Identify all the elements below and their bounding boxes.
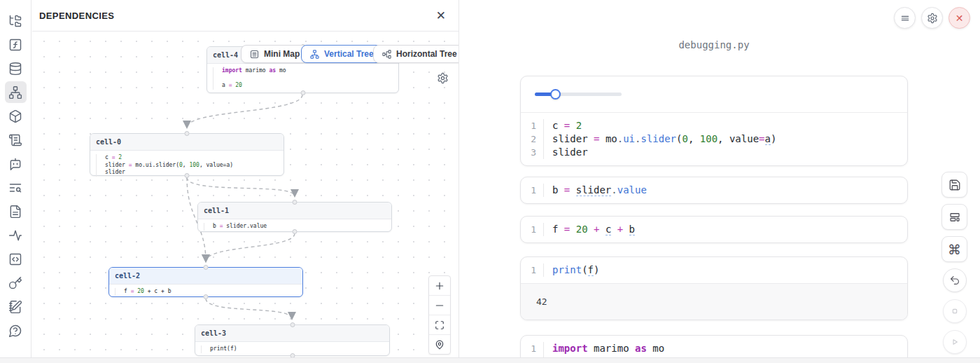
sidebar-item-scratchpad[interactable] bbox=[5, 296, 27, 317]
horizontal-tree-view-button[interactable]: Horizontal Tree bbox=[373, 45, 458, 63]
slider-widget[interactable] bbox=[535, 89, 622, 100]
graph-node-cell-0[interactable]: cell-0 c = 2slider = mo.ui.slider(0, 100… bbox=[90, 133, 284, 176]
graph-node-code: b = slider.value bbox=[198, 219, 391, 234]
code-line: slider bbox=[96, 169, 125, 177]
graph-node-code: print(f) bbox=[195, 342, 389, 357]
line-number: 3 bbox=[521, 146, 543, 159]
gear-icon bbox=[437, 72, 449, 84]
code-line: c = 2 bbox=[96, 154, 122, 162]
sidebar-item-variables[interactable] bbox=[5, 34, 27, 55]
line-number: 1 bbox=[521, 342, 543, 355]
locate-node-button[interactable] bbox=[429, 335, 450, 354]
slider-knob[interactable] bbox=[550, 89, 561, 100]
dependencies-panel-header: DEPENDENCIES ✕ bbox=[32, 0, 458, 32]
save-button[interactable] bbox=[941, 172, 967, 198]
graph-node-title: cell-1 bbox=[198, 203, 391, 219]
gear-icon bbox=[927, 13, 938, 24]
undo-icon bbox=[949, 275, 960, 286]
run-button[interactable] bbox=[943, 330, 967, 354]
package-box-icon bbox=[8, 109, 22, 123]
undo-button[interactable] bbox=[943, 268, 967, 292]
notebook-area: debugging.py 1c = 22slider = mo.ui.slide… bbox=[460, 0, 980, 363]
vertical-tree-icon bbox=[309, 49, 320, 60]
text-search-icon bbox=[8, 181, 22, 195]
command-palette-button[interactable]: ⌘ bbox=[941, 236, 967, 262]
sidebar-item-datasources[interactable] bbox=[5, 57, 27, 79]
app-footer-bar bbox=[0, 357, 980, 363]
panel-close-icon[interactable]: ✕ bbox=[436, 10, 446, 22]
notebook-cell-slider[interactable]: 1c = 22slider = mo.ui.slider(0, 100, val… bbox=[520, 76, 908, 166]
settings-button[interactable] bbox=[921, 7, 943, 29]
graph-node-code: import marimo as mo a = 20 bbox=[207, 64, 398, 93]
notebook-pen-icon bbox=[8, 300, 22, 314]
database-icon bbox=[8, 62, 22, 76]
dependencies-panel: DEPENDENCIES ✕ bbox=[32, 0, 459, 363]
code-line: c = 2 bbox=[543, 119, 582, 132]
vertical-tree-label: Vertical Tree bbox=[324, 49, 374, 59]
notebook-cell-b[interactable]: 1b = slider.value bbox=[520, 177, 908, 204]
dependency-graph-canvas[interactable]: cell-4 import marimo as mo a = 20 cell-0… bbox=[32, 32, 458, 363]
file-text-icon bbox=[8, 205, 22, 219]
minimap-label: Mini Map bbox=[264, 49, 300, 59]
code-line: slider = mo.ui.slider(0, 100, value=a) bbox=[96, 162, 233, 170]
horizontal-tree-icon bbox=[382, 49, 392, 60]
sidebar-item-help[interactable] bbox=[5, 320, 27, 341]
minus-icon bbox=[435, 301, 444, 310]
help-bubble-icon bbox=[8, 324, 22, 338]
graph-node-cell-3[interactable]: cell-3 print(f) bbox=[195, 324, 390, 356]
graph-node-title: cell-2 bbox=[109, 268, 302, 285]
menu-icon bbox=[899, 13, 911, 24]
layout-select-button[interactable] bbox=[941, 204, 967, 230]
sidebar-item-tracing[interactable] bbox=[5, 224, 27, 246]
sidebar-item-ai-chat[interactable] bbox=[5, 153, 27, 174]
graph-node-cell-2-selected[interactable]: cell-2 f = 20 + c + b bbox=[108, 267, 303, 297]
sidebar-item-file-explorer[interactable] bbox=[5, 10, 27, 32]
graph-node-title: cell-0 bbox=[90, 134, 284, 151]
shutdown-button[interactable]: ✕ bbox=[948, 7, 970, 29]
sidebar-item-dependencies[interactable] bbox=[5, 81, 27, 103]
sidebar-item-snippets[interactable] bbox=[5, 248, 27, 270]
plus-icon bbox=[435, 281, 444, 291]
save-icon bbox=[948, 179, 961, 191]
vertical-tree-view-button[interactable]: Vertical Tree bbox=[301, 45, 382, 63]
sidebar-item-search[interactable] bbox=[5, 177, 27, 198]
edge-cell1-cell2 bbox=[206, 233, 295, 261]
code-editor[interactable]: 1f = 20 + c + b bbox=[521, 217, 907, 242]
fit-view-button[interactable] bbox=[429, 315, 450, 335]
edge-cell2-cell3 bbox=[206, 299, 292, 319]
sidebar-item-logs[interactable] bbox=[5, 129, 27, 151]
minimap-view-button[interactable]: Mini Map bbox=[241, 45, 308, 63]
marimo-app: DEPENDENCIES ✕ bbox=[0, 0, 980, 363]
panel-title: DEPENDENCIES bbox=[39, 11, 114, 21]
code-line: slider bbox=[543, 146, 588, 159]
sidebar-item-packages[interactable] bbox=[5, 105, 27, 127]
zoom-in-button[interactable] bbox=[429, 276, 450, 296]
notebook-filename[interactable]: debugging.py bbox=[520, 39, 908, 50]
code-editor[interactable]: 1c = 22slider = mo.ui.slider(0, 100, val… bbox=[521, 113, 907, 165]
line-number: 1 bbox=[521, 223, 543, 236]
sidebar-item-secrets[interactable] bbox=[5, 272, 27, 294]
code-square-icon bbox=[8, 252, 22, 266]
horizontal-tree-label: Horizontal Tree bbox=[396, 49, 457, 59]
notebook-cell-print[interactable]: 1print(f) 42 bbox=[520, 256, 908, 320]
square-function-icon bbox=[8, 38, 22, 52]
graph-node-cell-1[interactable]: cell-1 b = slider.value bbox=[197, 202, 392, 232]
menu-button[interactable] bbox=[894, 7, 916, 29]
edge-cell4-cell0 bbox=[187, 95, 302, 128]
line-number: 1 bbox=[521, 263, 543, 277]
stop-button[interactable] bbox=[943, 299, 967, 323]
helper-sidebar bbox=[0, 0, 31, 363]
code-editor[interactable]: 1print(f) bbox=[521, 257, 907, 283]
sidebar-item-documentation[interactable] bbox=[5, 200, 27, 222]
graph-settings-button[interactable] bbox=[437, 72, 449, 84]
layout-icon bbox=[948, 211, 961, 224]
fullscreen-icon bbox=[435, 320, 444, 330]
play-icon bbox=[949, 336, 960, 348]
code-editor[interactable]: 1b = slider.value bbox=[521, 177, 907, 203]
code-line: b = slider.value bbox=[204, 223, 267, 231]
stop-icon bbox=[949, 306, 960, 317]
dependency-graph-icon bbox=[8, 85, 22, 100]
graph-zoom-controls bbox=[428, 275, 451, 355]
zoom-out-button[interactable] bbox=[429, 296, 450, 315]
notebook-cell-f[interactable]: 1f = 20 + c + b bbox=[520, 216, 908, 243]
